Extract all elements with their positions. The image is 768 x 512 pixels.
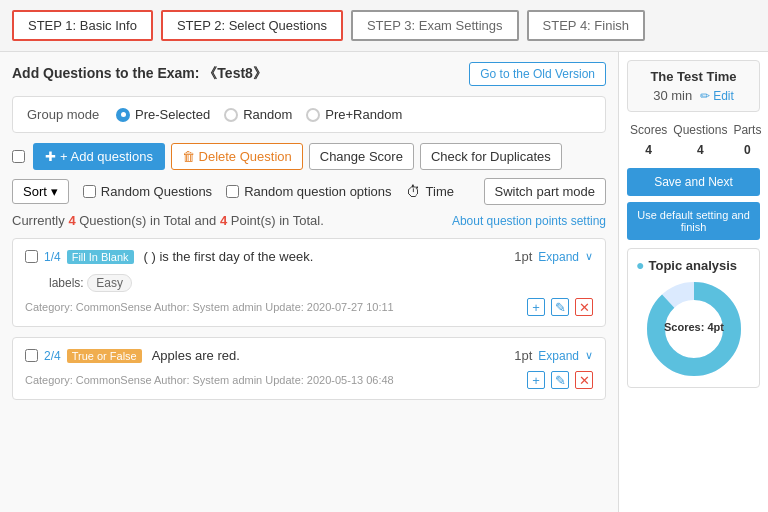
point-count: 4 xyxy=(220,213,227,228)
old-version-button[interactable]: Go to the Old Version xyxy=(469,62,606,86)
q1-checkbox[interactable] xyxy=(25,250,38,263)
q1-label-row: labels: Easy xyxy=(49,269,593,292)
step4-btn[interactable]: STEP 4: Finish xyxy=(527,10,645,41)
summary-text: Currently 4 Question(s) in Total and 4 P… xyxy=(12,213,324,228)
radio-circle-pre-random xyxy=(306,108,320,122)
donut-chart: Scores: 4pt xyxy=(644,279,744,379)
random-options-checkbox-label[interactable]: Random question options xyxy=(226,184,391,199)
questions-value: 4 xyxy=(670,140,730,160)
radio-random[interactable]: Random xyxy=(224,107,292,122)
chevron-down-icon: ▾ xyxy=(51,184,58,199)
edit-time-link[interactable]: ✏ Edit xyxy=(700,89,734,103)
step1-btn[interactable]: STEP 1: Basic Info xyxy=(12,10,153,41)
exam-name: 《Test8》 xyxy=(203,65,267,81)
test-time-value-row: 30 min ✏ Edit xyxy=(636,88,751,103)
q2-meta: Category: CommonSense Author: System adm… xyxy=(25,371,593,389)
q1-chevron-icon: ∨ xyxy=(585,250,593,263)
donut-chart-container: Scores: 4pt xyxy=(636,279,751,379)
clock-icon: ⏱ xyxy=(406,183,421,200)
about-points-link[interactable]: About question points setting xyxy=(452,214,606,228)
exam-title-prefix: Add Questions to the Exam: xyxy=(12,65,199,81)
q2-expand-button[interactable]: Expand xyxy=(538,349,579,363)
svg-text:Scores: 4pt: Scores: 4pt xyxy=(664,321,724,333)
check-duplicates-button[interactable]: Check for Duplicates xyxy=(420,143,562,170)
right-panel: The Test Time 30 min ✏ Edit Scores Quest… xyxy=(618,52,768,512)
q2-chevron-icon: ∨ xyxy=(585,349,593,362)
q2-meta-text: Category: CommonSense Author: System adm… xyxy=(25,374,394,386)
radio-circle-random xyxy=(224,108,238,122)
time-value: 30 min xyxy=(653,88,692,103)
q1-meta: Category: CommonSense Author: System adm… xyxy=(25,298,593,316)
q2-index: 2/4 xyxy=(44,349,61,363)
topic-title-text: Topic analysis xyxy=(648,258,737,273)
q2-add-icon[interactable]: + xyxy=(527,371,545,389)
save-next-button[interactable]: Save and Next xyxy=(627,168,760,196)
test-time-title: The Test Time xyxy=(636,69,751,84)
time-checkbox-label[interactable]: ⏱ Time xyxy=(406,183,454,200)
delete-question-button[interactable]: 🗑 Delete Question xyxy=(171,143,303,170)
q2-edit-icon[interactable]: ✎ xyxy=(551,371,569,389)
summary-text-mid2: Point(s) in Total. xyxy=(231,213,324,228)
q2-text: Apples are red. xyxy=(152,348,240,363)
change-score-button[interactable]: Change Score xyxy=(309,143,414,170)
q1-type-badge: Fill In Blank xyxy=(67,250,134,264)
q1-add-icon[interactable]: + xyxy=(527,298,545,316)
stats-table: Scores Questions Parts 4 4 0 xyxy=(627,120,764,160)
plus-icon: ✚ xyxy=(45,149,56,164)
pie-chart-icon: ● xyxy=(636,257,644,273)
q2-points: 1pt xyxy=(514,348,532,363)
options-row: Sort ▾ Random Questions Random question … xyxy=(12,178,606,205)
q2-checkbox[interactable] xyxy=(25,349,38,362)
parts-value: 0 xyxy=(730,140,764,160)
summary-row: Currently 4 Question(s) in Total and 4 P… xyxy=(12,213,606,228)
q1-expand-button[interactable]: Expand xyxy=(538,250,579,264)
radio-pre-selected[interactable]: Pre-Selected xyxy=(116,107,210,122)
questions-header: Questions xyxy=(670,120,730,140)
q1-label-prefix: labels: xyxy=(49,276,84,290)
q1-index: 1/4 xyxy=(44,250,61,264)
add-questions-button[interactable]: ✚ + Add questions xyxy=(33,143,165,170)
q1-edit-icon[interactable]: ✎ xyxy=(551,298,569,316)
exam-title: Add Questions to the Exam: 《Test8》 xyxy=(12,65,267,83)
topic-analysis-box: ● Topic analysis Scores: 4pt xyxy=(627,248,760,388)
q2-delete-icon[interactable]: ✕ xyxy=(575,371,593,389)
sort-label: Sort xyxy=(23,184,47,199)
q1-text: ( ) is the first day of the week. xyxy=(144,249,314,264)
q1-points: 1pt xyxy=(514,249,532,264)
random-label: Random xyxy=(243,107,292,122)
random-questions-checkbox[interactable] xyxy=(83,185,96,198)
q2-top-row: 2/4 True or False Apples are red. 1pt Ex… xyxy=(25,348,593,363)
q1-label-tag: Easy xyxy=(87,274,132,292)
q1-meta-text: Category: CommonSense Author: System adm… xyxy=(25,301,394,313)
radio-circle-pre-selected xyxy=(116,108,130,122)
left-panel: Add Questions to the Exam: 《Test8》 Go to… xyxy=(0,52,618,512)
q1-delete-icon[interactable]: ✕ xyxy=(575,298,593,316)
random-options-text: Random question options xyxy=(244,184,391,199)
step2-btn[interactable]: STEP 2: Select Questions xyxy=(161,10,343,41)
group-mode-box: Group mode Pre-Selected Random Pre+Rando… xyxy=(12,96,606,133)
question-card-1: 1/4 Fill In Blank ( ) is the first day o… xyxy=(12,238,606,327)
radio-pre-random[interactable]: Pre+Random xyxy=(306,107,402,122)
q2-actions: + ✎ ✕ xyxy=(527,371,593,389)
question-count: 4 xyxy=(68,213,75,228)
q1-actions: + ✎ ✕ xyxy=(527,298,593,316)
parts-header: Parts xyxy=(730,120,764,140)
random-questions-checkbox-label[interactable]: Random Questions xyxy=(83,184,212,199)
switch-part-button[interactable]: Switch part mode xyxy=(484,178,606,205)
pre-random-label: Pre+Random xyxy=(325,107,402,122)
random-options-checkbox[interactable] xyxy=(226,185,239,198)
main-wrapper: Add Questions to the Exam: 《Test8》 Go to… xyxy=(0,52,768,512)
top-nav: STEP 1: Basic Info STEP 2: Select Questi… xyxy=(0,0,768,52)
q1-top-row: 1/4 Fill In Blank ( ) is the first day o… xyxy=(25,249,593,264)
pre-selected-label: Pre-Selected xyxy=(135,107,210,122)
summary-text-mid1: Question(s) in Total and xyxy=(79,213,216,228)
question-card-2: 2/4 True or False Apples are red. 1pt Ex… xyxy=(12,337,606,400)
select-all-checkbox[interactable] xyxy=(12,150,25,163)
default-finish-button[interactable]: Use default setting and finish xyxy=(627,202,760,240)
scores-header: Scores xyxy=(627,120,670,140)
trash-icon: 🗑 xyxy=(182,149,195,164)
delete-label: Delete Question xyxy=(199,149,292,164)
test-time-box: The Test Time 30 min ✏ Edit xyxy=(627,60,760,112)
step3-btn[interactable]: STEP 3: Exam Settings xyxy=(351,10,519,41)
sort-button[interactable]: Sort ▾ xyxy=(12,179,69,204)
